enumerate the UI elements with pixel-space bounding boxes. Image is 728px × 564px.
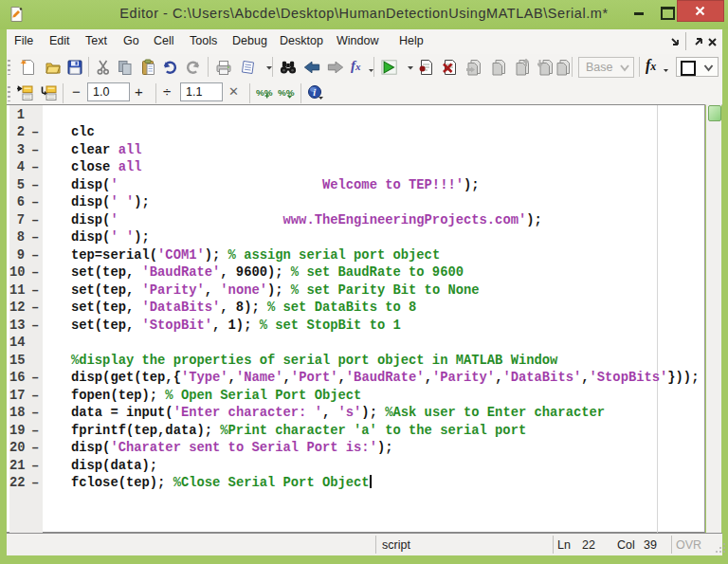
svg-text:%%: %% (278, 87, 295, 98)
svg-text:%%: %% (256, 87, 273, 98)
svg-text:i: i (313, 87, 316, 98)
